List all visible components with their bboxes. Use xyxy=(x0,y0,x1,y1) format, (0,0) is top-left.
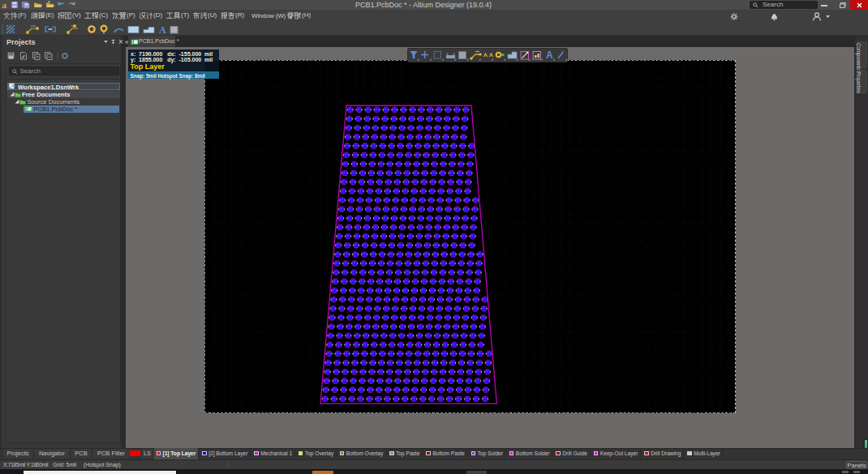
svg-text:a: a xyxy=(2,1,7,9)
svg-text:A: A xyxy=(159,24,166,36)
svg-text:A: A xyxy=(546,50,553,61)
